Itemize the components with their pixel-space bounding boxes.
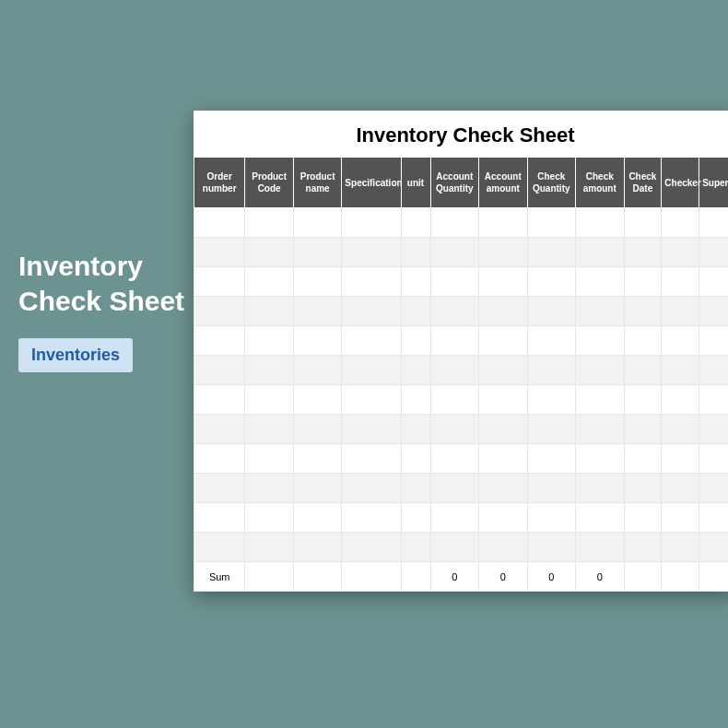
table-cell[interactable]	[342, 474, 401, 503]
table-cell[interactable]	[576, 267, 624, 297]
table-cell[interactable]	[293, 444, 341, 474]
table-cell[interactable]	[342, 297, 401, 326]
table-cell[interactable]	[430, 444, 478, 474]
table-cell[interactable]	[699, 415, 728, 444]
table-cell[interactable]	[479, 267, 527, 297]
table-cell[interactable]	[194, 385, 245, 415]
table-cell[interactable]	[293, 503, 341, 533]
table-cell[interactable]	[624, 356, 662, 385]
table-cell[interactable]	[479, 444, 527, 474]
table-cell[interactable]	[527, 444, 575, 474]
table-cell[interactable]	[699, 503, 728, 533]
table-cell[interactable]	[662, 297, 699, 326]
table-cell[interactable]	[401, 474, 430, 503]
table-cell[interactable]	[699, 267, 728, 297]
table-cell[interactable]	[479, 238, 527, 267]
table-cell[interactable]	[662, 474, 699, 503]
table-cell[interactable]	[662, 385, 699, 415]
table-cell[interactable]	[430, 415, 478, 444]
table-cell[interactable]	[430, 356, 478, 385]
table-cell[interactable]	[576, 503, 624, 533]
table-cell[interactable]	[401, 444, 430, 474]
table-cell[interactable]	[430, 238, 478, 267]
table-cell[interactable]	[293, 385, 341, 415]
table-cell[interactable]	[342, 326, 401, 356]
table-cell[interactable]	[401, 385, 430, 415]
table-cell[interactable]	[342, 208, 401, 238]
table-cell[interactable]	[245, 474, 293, 503]
table-cell[interactable]	[342, 385, 401, 415]
table-cell[interactable]	[245, 326, 293, 356]
table-cell[interactable]	[527, 208, 575, 238]
table-cell[interactable]	[194, 208, 245, 238]
table-cell[interactable]	[699, 356, 728, 385]
table-cell[interactable]	[430, 474, 478, 503]
table-cell[interactable]	[401, 356, 430, 385]
table-cell[interactable]	[245, 444, 293, 474]
table-cell[interactable]	[430, 326, 478, 356]
table-cell[interactable]	[576, 326, 624, 356]
table-cell[interactable]	[293, 267, 341, 297]
table-cell[interactable]	[293, 208, 341, 238]
table-cell[interactable]	[479, 297, 527, 326]
table-cell[interactable]	[624, 326, 662, 356]
table-cell[interactable]	[624, 267, 662, 297]
table-cell[interactable]	[479, 208, 527, 238]
table-cell[interactable]	[293, 356, 341, 385]
table-cell[interactable]	[293, 326, 341, 356]
table-cell[interactable]	[342, 503, 401, 533]
table-cell[interactable]	[624, 474, 662, 503]
table-cell[interactable]	[527, 356, 575, 385]
table-cell[interactable]	[342, 356, 401, 385]
table-cell[interactable]	[576, 297, 624, 326]
table-cell[interactable]	[527, 503, 575, 533]
table-cell[interactable]	[699, 385, 728, 415]
table-cell[interactable]	[430, 208, 478, 238]
table-cell[interactable]	[342, 444, 401, 474]
table-cell[interactable]	[401, 238, 430, 267]
table-cell[interactable]	[194, 356, 245, 385]
table-cell[interactable]	[576, 415, 624, 444]
table-cell[interactable]	[479, 503, 527, 533]
table-cell[interactable]	[624, 297, 662, 326]
table-cell[interactable]	[401, 326, 430, 356]
table-cell[interactable]	[527, 238, 575, 267]
table-cell[interactable]	[430, 267, 478, 297]
table-cell[interactable]	[527, 533, 575, 562]
table-cell[interactable]	[293, 533, 341, 562]
table-cell[interactable]	[194, 297, 245, 326]
table-cell[interactable]	[576, 385, 624, 415]
table-cell[interactable]	[624, 503, 662, 533]
table-cell[interactable]	[527, 326, 575, 356]
table-cell[interactable]	[576, 238, 624, 267]
table-cell[interactable]	[576, 208, 624, 238]
table-cell[interactable]	[662, 267, 699, 297]
table-cell[interactable]	[699, 474, 728, 503]
table-cell[interactable]	[430, 503, 478, 533]
table-cell[interactable]	[624, 415, 662, 444]
table-cell[interactable]	[662, 503, 699, 533]
table-cell[interactable]	[245, 503, 293, 533]
table-cell[interactable]	[479, 533, 527, 562]
inventories-button[interactable]: Inventories	[18, 338, 133, 372]
table-cell[interactable]	[401, 297, 430, 326]
table-cell[interactable]	[662, 356, 699, 385]
table-cell[interactable]	[527, 415, 575, 444]
table-cell[interactable]	[662, 444, 699, 474]
table-cell[interactable]	[293, 238, 341, 267]
table-cell[interactable]	[662, 326, 699, 356]
table-cell[interactable]	[479, 326, 527, 356]
table-cell[interactable]	[662, 533, 699, 562]
table-cell[interactable]	[245, 238, 293, 267]
table-cell[interactable]	[699, 444, 728, 474]
table-cell[interactable]	[624, 238, 662, 267]
table-cell[interactable]	[194, 533, 245, 562]
table-cell[interactable]	[430, 533, 478, 562]
table-cell[interactable]	[662, 208, 699, 238]
table-cell[interactable]	[527, 267, 575, 297]
table-cell[interactable]	[194, 326, 245, 356]
table-cell[interactable]	[479, 415, 527, 444]
table-cell[interactable]	[624, 385, 662, 415]
table-cell[interactable]	[527, 385, 575, 415]
table-cell[interactable]	[576, 533, 624, 562]
